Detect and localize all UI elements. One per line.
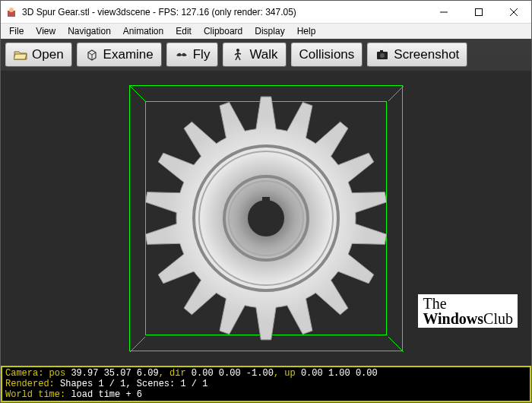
world-time-value: load time + 6 (65, 389, 142, 400)
rendered-label: Rendered: (5, 379, 55, 389)
window-controls (426, 1, 531, 23)
menu-animation[interactable]: Animation (118, 24, 169, 38)
menu-bar: File View Navigation Animation Edit Clip… (1, 24, 531, 39)
watermark-logo: The WindowsClub (418, 294, 518, 328)
svg-point-22 (248, 200, 284, 236)
camera-dir-label: , dir (159, 368, 192, 379)
menu-display[interactable]: Display (249, 24, 290, 38)
svg-point-12 (380, 53, 385, 58)
camera-pos: 39.97 35.07 6.09 (71, 368, 158, 379)
menu-file[interactable]: File (4, 24, 29, 38)
camera-up: 0.00 1.00 0.00 (301, 368, 378, 379)
svg-line-8 (92, 52, 96, 55)
maximize-button[interactable] (461, 1, 496, 23)
svg-rect-3 (476, 8, 483, 15)
menu-help[interactable]: Help (292, 24, 321, 38)
toolbar: Open Examine Fly Walk Collisions (1, 39, 531, 71)
svg-rect-23 (262, 197, 270, 203)
watermark-line1: The (423, 296, 513, 311)
app-icon (5, 6, 17, 18)
status-console: Camera: pos 39.97 35.07 6.09, dir 0.00 0… (1, 366, 531, 402)
open-button[interactable]: Open (5, 43, 72, 67)
close-button[interactable] (496, 1, 531, 23)
examine-label: Examine (103, 47, 154, 62)
fly-label: Fly (193, 47, 211, 62)
3d-viewport[interactable]: The WindowsClub (1, 71, 531, 366)
examine-button[interactable]: Examine (77, 43, 162, 67)
maximize-icon (475, 8, 483, 16)
menu-navigation[interactable]: Navigation (62, 24, 116, 38)
watermark-line2: WindowsClub (423, 311, 513, 326)
world-time-label: World time: (5, 389, 65, 400)
rendered-value: Shapes 1 / 1, Scenes: 1 / 1 (55, 379, 208, 389)
camera-icon (375, 48, 389, 62)
svg-point-1 (9, 8, 14, 12)
gear-model (137, 89, 395, 347)
svg-line-7 (88, 52, 92, 55)
camera-dir: 0.00 0.00 -1.00 (192, 368, 274, 379)
walk-button[interactable]: Walk (223, 43, 286, 67)
menu-view[interactable]: View (30, 24, 61, 38)
menu-edit[interactable]: Edit (170, 24, 197, 38)
collisions-button[interactable]: Collisions (291, 43, 363, 67)
folder-open-icon (14, 48, 27, 62)
camera-up-label: , up (274, 368, 301, 379)
menu-clipboard[interactable]: Clipboard (198, 24, 248, 38)
bird-icon (175, 48, 188, 62)
svg-point-10 (236, 49, 239, 52)
cube-icon (85, 48, 99, 62)
screenshot-label: Screenshot (394, 47, 459, 62)
svg-rect-13 (380, 50, 383, 52)
fly-button[interactable]: Fly (166, 43, 219, 67)
camera-label: Camera: pos (5, 368, 71, 379)
window-title: 3D Spur Gear.stl - view3dscene - FPS: 12… (22, 7, 426, 17)
screenshot-button[interactable]: Screenshot (367, 43, 467, 67)
person-walk-icon (231, 48, 245, 62)
close-icon (510, 8, 518, 16)
minimize-icon (440, 8, 448, 16)
walk-label: Walk (249, 47, 277, 62)
title-bar: 3D Spur Gear.stl - view3dscene - FPS: 12… (1, 1, 531, 24)
app-window: 3D Spur Gear.stl - view3dscene - FPS: 12… (0, 0, 532, 403)
minimize-button[interactable] (426, 1, 461, 23)
collisions-label: Collisions (299, 47, 355, 62)
open-label: Open (32, 47, 64, 62)
